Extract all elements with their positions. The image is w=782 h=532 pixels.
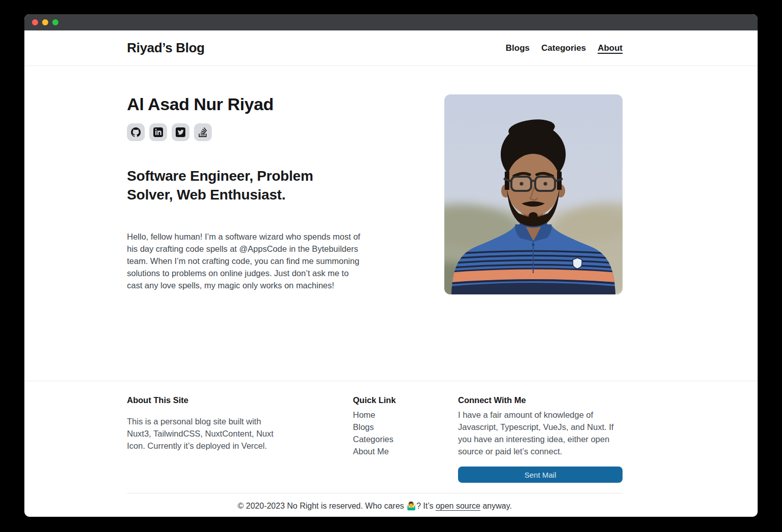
footer-link-about-me[interactable]: About Me — [353, 445, 429, 457]
window-close-button[interactable] — [32, 19, 38, 25]
main-nav: Blogs Categories About — [506, 43, 623, 53]
stackoverflow-link[interactable] — [194, 123, 212, 141]
site-footer: About This Site This is a personal blog … — [24, 381, 758, 511]
footer-link-blogs[interactable]: Blogs — [353, 421, 429, 433]
open-source-link[interactable]: open source — [436, 502, 480, 510]
profile-photo — [444, 94, 623, 294]
footer-about-text: This is a personal blog site built with … — [127, 415, 279, 452]
linkedin-icon — [153, 127, 163, 137]
stackoverflow-icon — [198, 127, 208, 137]
bio-paragraph: Hello, fellow human! I’m a software wiza… — [127, 230, 361, 291]
github-icon — [131, 127, 141, 137]
nav-link-blogs[interactable]: Blogs — [506, 43, 530, 53]
sent-mail-button[interactable]: Sent Mail — [458, 467, 623, 483]
tagline: Software Engineer, Problem Solver, Web E… — [127, 167, 361, 204]
github-link[interactable] — [127, 123, 145, 141]
social-links — [127, 123, 361, 141]
window-titlebar — [24, 14, 758, 30]
site-header: Riyad’s Blog Blogs Categories About — [24, 30, 758, 66]
nav-link-categories[interactable]: Categories — [541, 43, 586, 53]
linkedin-link[interactable] — [149, 123, 167, 141]
page-title: Al Asad Nur Riyad — [127, 94, 361, 114]
browser-window: Riyad’s Blog Blogs Categories About Al A… — [24, 14, 758, 517]
footer-connect-heading: Connect With Me — [458, 395, 623, 405]
footer-link-categories[interactable]: Categories — [353, 433, 429, 445]
nav-link-about[interactable]: About — [598, 43, 623, 53]
copyright-text: © 2020-2023 No Right is reserved. Who ca… — [127, 493, 623, 511]
footer-about-heading: About This Site — [127, 395, 279, 405]
about-page: Al Asad Nur Riyad Software Engin — [24, 66, 758, 381]
footer-link-home[interactable]: Home — [353, 409, 429, 421]
twitter-icon — [176, 127, 185, 137]
twitter-link[interactable] — [172, 123, 189, 141]
footer-connect-text: I have a fair amount of knowledge of Jav… — [458, 409, 623, 457]
window-zoom-button[interactable] — [52, 19, 58, 25]
site-logo[interactable]: Riyad’s Blog — [127, 40, 205, 56]
footer-quicklink-heading: Quick Link — [353, 395, 429, 405]
window-minimize-button[interactable] — [42, 19, 48, 25]
